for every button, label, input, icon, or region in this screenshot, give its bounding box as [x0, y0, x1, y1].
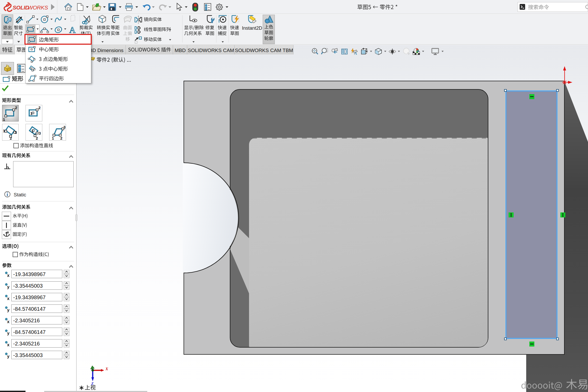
svg-text:y: y: [7, 308, 9, 312]
svg-text:SOLID: SOLID: [13, 4, 29, 11]
svg-text:A: A: [354, 51, 357, 55]
svg-text:y: y: [7, 285, 9, 289]
svg-text:x: x: [7, 319, 9, 324]
svg-text:X: X: [105, 367, 108, 371]
svg-text:x: x: [7, 273, 9, 278]
svg-text:y: y: [7, 331, 9, 335]
svg-text:x: x: [7, 343, 9, 347]
svg-text:x: x: [7, 296, 9, 301]
svg-text:y: y: [7, 354, 9, 359]
svg-text:WORKS: WORKS: [28, 4, 48, 11]
svg-text:A: A: [69, 25, 76, 35]
